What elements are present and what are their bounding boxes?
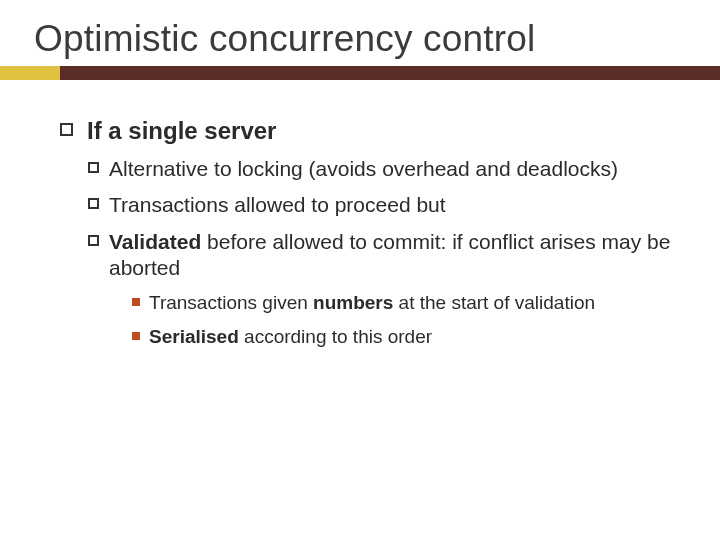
bullet-lvl2: Alternative to locking (avoids overhead … (88, 156, 678, 182)
lvl2-text: Validated before allowed to commit: if c… (109, 229, 678, 282)
open-square-icon (60, 123, 73, 136)
bullet-lvl3: Transactions given numbers at the start … (132, 291, 678, 315)
bullet-lvl1: If a single server (60, 116, 678, 146)
filled-square-icon (132, 298, 140, 306)
underline-main (60, 66, 720, 80)
underline-accent (0, 66, 60, 80)
bullet-lvl2: Transactions allowed to proceed but (88, 192, 678, 218)
lvl2-text: Transactions allowed to proceed but (109, 192, 446, 218)
filled-square-icon (132, 332, 140, 340)
slide: Optimistic concurrency control If a sing… (0, 0, 720, 540)
open-square-icon (88, 198, 99, 209)
slide-title: Optimistic concurrency control (0, 0, 720, 66)
open-square-icon (88, 162, 99, 173)
slide-body: If a single server Alternative to lockin… (0, 80, 720, 349)
lvl3-text: Serialised according to this order (149, 325, 432, 349)
title-underline (0, 66, 720, 80)
open-square-icon (88, 235, 99, 246)
lvl1-text: If a single server (87, 116, 276, 146)
bullet-lvl3: Serialised according to this order (132, 325, 678, 349)
bullet-lvl2: Validated before allowed to commit: if c… (88, 229, 678, 282)
lvl2-text: Alternative to locking (avoids overhead … (109, 156, 618, 182)
lvl3-text: Transactions given numbers at the start … (149, 291, 595, 315)
